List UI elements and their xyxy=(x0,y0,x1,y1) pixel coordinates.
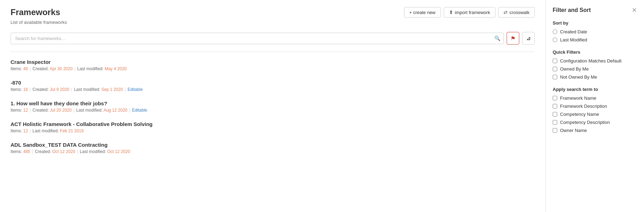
framework-meta: Items: 12|Last modified: Feb 21 2019 xyxy=(11,128,535,133)
apply-search-label: Owner Name xyxy=(560,128,587,133)
editable-link[interactable]: Editable xyxy=(128,87,143,92)
search-input[interactable] xyxy=(11,33,504,44)
sort-by-label: Sort by xyxy=(553,20,637,26)
import-framework-button[interactable]: ⬆ import framework xyxy=(444,7,495,18)
divider xyxy=(11,52,535,52)
apply-search-checkbox[interactable] xyxy=(553,104,557,108)
quick-filters-label: Quick Filters xyxy=(553,49,637,55)
apply-search-checkbox[interactable] xyxy=(553,120,557,125)
framework-meta: Items: 485|Created: Oct 12 2020|Last mod… xyxy=(11,149,535,154)
apply-search-options: Framework NameFramework DescriptionCompe… xyxy=(553,95,637,133)
framework-name[interactable]: 1. How well have they done their jobs? xyxy=(11,100,535,106)
quick-filter-option[interactable]: Not Owned By Me xyxy=(553,74,637,80)
apply-search-option[interactable]: Framework Name xyxy=(553,95,637,101)
sort-radio[interactable] xyxy=(553,38,557,42)
framework-meta: Items: 48|Created: Apr 30 2020|Last modi… xyxy=(11,66,535,71)
quick-filter-option[interactable]: Owned By Me xyxy=(553,66,637,72)
sort-radio-option[interactable]: Created Date xyxy=(553,29,637,34)
framework-item: ADL Sandbox_TEST DATA Contracting Items:… xyxy=(11,142,535,154)
apply-search-label: Framework Name xyxy=(560,95,596,101)
framework-item: 1. How well have they done their jobs? I… xyxy=(11,100,535,113)
framework-meta: Items: 12|Created: Jul 20 2020|Last modi… xyxy=(11,108,535,113)
crosswalk-btn-label: crosswalk xyxy=(509,10,529,15)
quick-filter-options: Configuration Matches DefaultOwned By Me… xyxy=(553,58,637,80)
filter-icon: ⊿ xyxy=(526,35,531,41)
quick-filter-checkbox[interactable] xyxy=(553,67,557,71)
apply-search-label: Framework Description xyxy=(560,104,607,109)
apply-search-section: Apply search term to Framework NameFrame… xyxy=(553,87,637,133)
import-btn-label: import framework xyxy=(455,10,490,15)
sort-radio-option[interactable]: Last Modified xyxy=(553,37,637,42)
apply-search-option[interactable]: Competency Description xyxy=(553,120,637,125)
create-new-button[interactable]: + create new xyxy=(404,7,441,18)
sort-active-icon: ⚑ xyxy=(510,35,515,42)
framework-meta: Items: 16|Created: Jul 9 2020|Last modif… xyxy=(11,87,535,92)
main-content: Frameworks + create new ⬆ import framewo… xyxy=(0,0,546,212)
sort-active-button[interactable]: ⚑ xyxy=(507,32,519,45)
sort-option-label: Last Modified xyxy=(560,37,587,42)
framework-name[interactable]: ADL Sandbox_TEST DATA Contracting xyxy=(11,142,535,148)
quick-filter-label: Not Owned By Me xyxy=(560,74,597,80)
crosswalk-button[interactable]: ⇄ crosswalk xyxy=(498,7,535,18)
search-container: 🔍 xyxy=(11,33,504,44)
quick-filter-checkbox[interactable] xyxy=(553,75,557,79)
filter-button[interactable]: ⊿ xyxy=(522,32,535,45)
apply-search-label: Competency Description xyxy=(560,120,610,125)
page-header: Frameworks + create new ⬆ import framewo… xyxy=(11,7,535,18)
filter-header: Filter and Sort ✕ xyxy=(553,7,637,13)
quick-filter-checkbox[interactable] xyxy=(553,59,557,63)
framework-name[interactable]: -870 xyxy=(11,80,535,86)
quick-filter-option[interactable]: Configuration Matches Default xyxy=(553,58,637,64)
import-icon: ⬆ xyxy=(449,9,453,15)
framework-item: Crane Inspector Items: 48|Created: Apr 3… xyxy=(11,59,535,71)
apply-search-checkbox[interactable] xyxy=(553,128,557,133)
filter-panel: Filter and Sort ✕ Sort by Created DateLa… xyxy=(546,0,644,212)
filter-title: Filter and Sort xyxy=(553,7,591,13)
apply-search-checkbox[interactable] xyxy=(553,112,557,117)
apply-search-label: Apply search term to xyxy=(553,87,637,92)
editable-link[interactable]: Editable xyxy=(132,108,147,113)
page-title: Frameworks xyxy=(11,7,60,17)
header-buttons: + create new ⬆ import framework ⇄ crossw… xyxy=(404,7,535,18)
page-subtitle: List of available frameworks xyxy=(11,20,535,25)
apply-search-option[interactable]: Framework Description xyxy=(553,104,637,109)
sort-option-label: Created Date xyxy=(560,29,587,34)
frameworks-list: Crane Inspector Items: 48|Created: Apr 3… xyxy=(11,59,535,154)
apply-search-option[interactable]: Owner Name xyxy=(553,128,637,133)
apply-search-checkbox[interactable] xyxy=(553,96,557,100)
search-row: 🔍 ⚑ ⊿ xyxy=(11,32,535,45)
framework-name[interactable]: Crane Inspector xyxy=(11,59,535,65)
title-group: Frameworks xyxy=(11,7,60,17)
apply-search-option[interactable]: Competency Name xyxy=(553,112,637,117)
close-filter-button[interactable]: ✕ xyxy=(632,7,637,13)
search-icon: 🔍 xyxy=(494,35,500,41)
apply-search-label: Competency Name xyxy=(560,112,599,117)
quick-filters-section: Quick Filters Configuration Matches Defa… xyxy=(553,49,637,80)
framework-item: -870 Items: 16|Created: Jul 9 2020|Last … xyxy=(11,80,535,92)
quick-filter-label: Owned By Me xyxy=(560,66,589,72)
quick-filter-label: Configuration Matches Default xyxy=(560,58,622,64)
framework-name[interactable]: ACT Holistic Framework - Collaborative P… xyxy=(11,121,535,127)
sort-by-section: Sort by Created DateLast Modified xyxy=(553,20,637,42)
framework-item: ACT Holistic Framework - Collaborative P… xyxy=(11,121,535,133)
crosswalk-icon: ⇄ xyxy=(503,9,508,15)
sort-options: Created DateLast Modified xyxy=(553,29,637,42)
sort-radio[interactable] xyxy=(553,29,557,34)
